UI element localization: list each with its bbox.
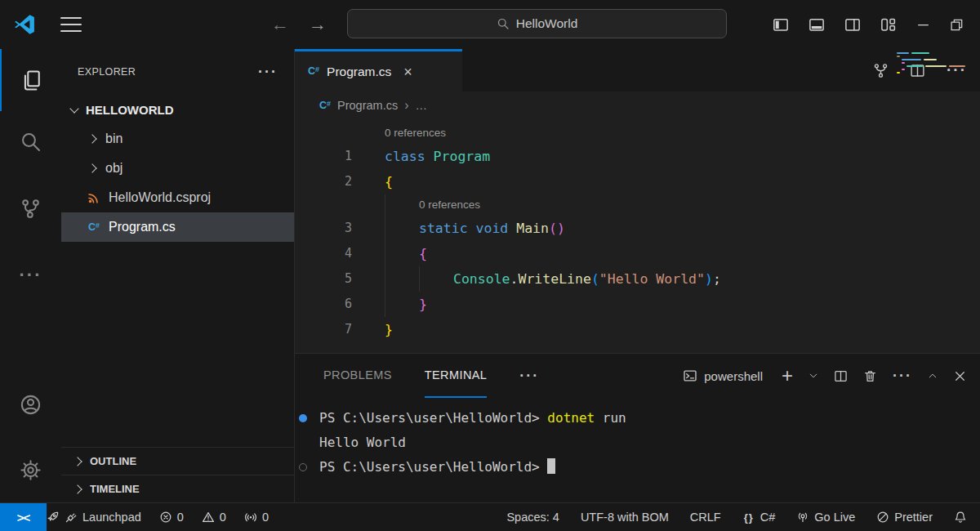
token: WriteLine (518, 271, 590, 287)
terminal-line-1: PS C:\Users\user\HelloWorld> dotnet run (295, 406, 980, 431)
minimap-seg (902, 69, 905, 70)
line-content: Console.WriteLine("Hello World"); (352, 266, 721, 292)
minimap-line (893, 72, 967, 74)
customize-layout-icon[interactable] (880, 16, 897, 33)
status-errors[interactable]: 0 (159, 511, 184, 524)
tab-problems[interactable]: PROBLEMS (323, 354, 392, 398)
token: () (549, 221, 565, 236)
status-prettier[interactable]: Prettier (876, 511, 933, 524)
codelens: 0 references (295, 123, 980, 144)
code-line-7[interactable]: 7} (295, 317, 980, 342)
chevron-right-icon (73, 484, 82, 493)
more-icon: ··· (20, 265, 42, 286)
status-go-live[interactable]: Go Live (796, 511, 855, 524)
status-language-mode[interactable]: {}C# (742, 511, 776, 524)
activity-item-settings[interactable] (0, 450, 61, 489)
status-notifications[interactable] (954, 511, 967, 524)
token: } (419, 297, 427, 312)
codelens-text[interactable]: 0 references (385, 127, 446, 139)
window-restore-icon[interactable] (950, 18, 964, 32)
token: { (385, 174, 393, 190)
token: . (510, 271, 519, 287)
code-editor[interactable]: 0 references1class Program2{0 references… (295, 119, 980, 342)
broadcast-icon (796, 511, 809, 524)
tree-item-label: bin (105, 132, 122, 146)
tree-item-helloworld-csproj[interactable]: HelloWorld.csproj (61, 183, 294, 212)
activity-item-more[interactable]: ··· (0, 256, 61, 295)
code-line-3[interactable]: 3static void Main() (295, 216, 980, 241)
panel-more-actions-icon[interactable]: ··· (893, 368, 912, 385)
toggle-primary-sidebar-icon[interactable] (773, 16, 789, 33)
status-eol[interactable]: CRLF (690, 511, 721, 524)
breadcrumb-file[interactable]: Program.cs (337, 99, 398, 112)
toggle-secondary-sidebar-icon[interactable] (844, 16, 861, 33)
editor-tab-bar: C# Program.cs × ··· (295, 49, 980, 91)
explorer-sidebar: EXPLORER ··· HELLOWORLD binobjHelloWorld… (61, 49, 294, 502)
code-line-4[interactable]: 4{ (295, 241, 980, 266)
minimap-seg (906, 65, 923, 67)
tree-item-bin[interactable]: bin (61, 124, 294, 154)
menu-hamburger-icon[interactable] (60, 17, 82, 32)
window-minimize-icon[interactable] (916, 18, 930, 32)
split-terminal-icon[interactable] (834, 369, 848, 383)
breadcrumb-symbol[interactable]: … (416, 99, 428, 112)
token: static (419, 221, 468, 236)
tree-item-label: Program.cs (109, 220, 176, 234)
terminal-dropdown-icon[interactable] (808, 371, 818, 381)
activity-item-account[interactable] (0, 385, 61, 424)
indent-guide (385, 241, 419, 266)
explorer-actions-icon[interactable]: ··· (258, 64, 278, 81)
section-outline-label: OUTLINE (90, 455, 136, 467)
nav-back-icon[interactable]: ← (271, 14, 289, 35)
code-line-2[interactable]: 2{ (295, 169, 980, 194)
section-timeline[interactable]: TIMELINE (61, 475, 294, 502)
tab-terminal[interactable]: TERMINAL (425, 354, 488, 398)
token (468, 221, 476, 236)
tab-program-cs[interactable]: C# Program.cs × (295, 49, 462, 91)
nav-forward-icon[interactable]: → (309, 14, 327, 35)
tree-item-obj[interactable]: obj (61, 154, 294, 183)
line-content: static void Main() (352, 216, 565, 241)
status-indentation-label: Spaces: 4 (506, 511, 559, 524)
status-encoding[interactable]: UTF-8 with BOM (581, 511, 669, 524)
status-remote[interactable]: >< (0, 503, 47, 531)
close-panel-icon[interactable] (953, 369, 967, 383)
activity-item-search[interactable] (0, 122, 61, 161)
line-number: 1 (295, 144, 352, 169)
token: { (419, 246, 427, 261)
files-icon (20, 69, 42, 91)
code-line-5[interactable]: 5Console.WriteLine("Hello World"); (295, 266, 980, 292)
kill-terminal-icon[interactable] (863, 369, 877, 383)
breadcrumb[interactable]: C# Program.cs › … (295, 91, 980, 119)
command-center-search[interactable]: HelloWorld (347, 9, 727, 38)
rocket-icon (47, 511, 60, 524)
section-outline[interactable]: OUTLINE (61, 447, 294, 475)
code-line-6[interactable]: 6} (295, 292, 980, 317)
panel-more-tabs-icon[interactable]: ··· (519, 368, 539, 385)
status-ports[interactable]: 0 (244, 511, 269, 524)
tree-root-helloworld[interactable]: HELLOWORLD (61, 95, 294, 124)
shell-label: powershell (704, 369, 763, 383)
status-indentation[interactable]: Spaces: 4 (506, 511, 559, 524)
token: Program (434, 149, 491, 164)
line-content: class Program (352, 144, 490, 169)
tree-item-program-cs[interactable]: C#Program.cs (61, 212, 294, 242)
run-or-compare-icon[interactable] (873, 63, 889, 78)
codelens-text[interactable]: 0 references (419, 199, 480, 211)
minimap-seg (897, 52, 909, 54)
minimap[interactable] (893, 52, 967, 75)
status-launchpad[interactable]: Launchpad (47, 511, 141, 524)
toggle-panel-icon[interactable] (808, 16, 825, 33)
terminal-cursor (547, 458, 555, 474)
maximize-panel-icon[interactable] (928, 371, 938, 381)
tab-close-icon[interactable]: × (403, 65, 412, 79)
status-warnings[interactable]: 0 (202, 511, 226, 524)
code-line-1[interactable]: 1class Program (295, 144, 980, 169)
activity-bar: ··· (0, 49, 61, 502)
activity-item-source-control[interactable] (0, 189, 61, 228)
new-terminal-icon[interactable]: + (782, 366, 793, 386)
terminal-output[interactable]: PS C:\Users\user\HelloWorld> dotnet runH… (295, 398, 980, 480)
activity-item-explorer[interactable] (0, 49, 61, 111)
terminal-shell-selector[interactable]: powershell (683, 368, 763, 383)
bottom-panel: PROBLEMS TERMINAL ··· powershell + ··· P… (294, 353, 980, 502)
